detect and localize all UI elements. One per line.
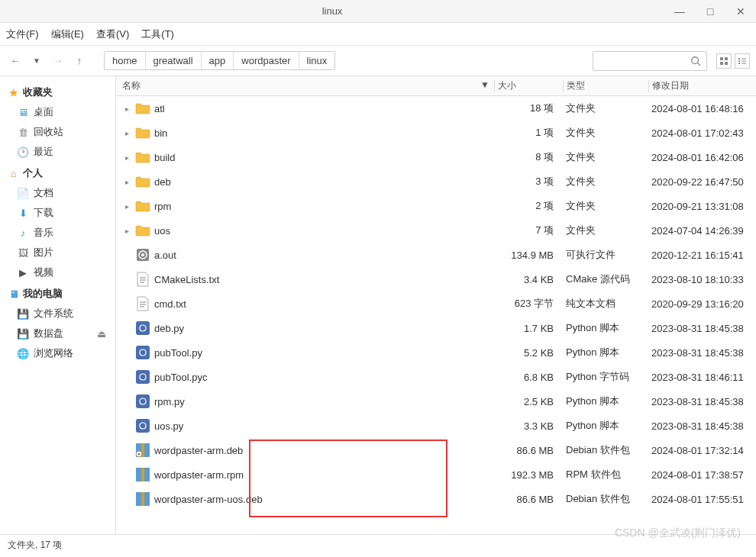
file-name: rpm.py [154,396,185,407]
column-size[interactable]: 大小 [494,79,563,92]
sidebar-item[interactable]: 🖥桌面 [8,102,108,122]
icon-view-button[interactable] [716,53,732,69]
file-row[interactable]: ▸deb3 项文件夹2020-09-22 16:47:50 [116,169,756,194]
computer-header: 🖥 我的电脑 [8,287,108,301]
sidebar-item[interactable]: ⬇下载 [8,203,108,223]
expand-icon[interactable]: ▸ [122,153,131,162]
breadcrumb-item[interactable]: linux [299,52,335,69]
menu-view[interactable]: 查看(V) [96,27,129,41]
close-button[interactable]: ✕ [725,0,756,23]
file-date: 2020-09-21 13:31:08 [648,201,756,212]
folder-icon [134,124,151,141]
history-dropdown[interactable]: ▼ [27,52,46,70]
sidebar-item[interactable]: ▶视频 [8,262,108,282]
sidebar-item-label: 回收站 [34,125,63,139]
sidebar-item-label: 下载 [34,206,53,220]
sidebar-item[interactable]: 📄文档 [8,183,108,203]
column-name[interactable]: 名称▼ [116,79,494,92]
text-icon [134,271,151,288]
file-row[interactable]: ▸uos7 项文件夹2024-07-04 14:26:39 [116,218,756,243]
video-icon: ▶ [17,266,29,278]
sidebar-item[interactable]: 🖼图片 [8,243,108,262]
breadcrumb-item[interactable]: wordpaster [234,52,299,69]
file-list: 名称▼ 大小 类型 修改日期 ▸atl18 项文件夹2024-08-01 16:… [116,76,756,534]
python-icon [134,393,151,410]
file-type: 文件夹 [563,175,648,188]
exec-icon [134,246,151,263]
breadcrumb-item[interactable]: greatwall [146,52,202,69]
file-date: 2024-08-01 17:55:51 [648,494,756,505]
toolbar: ← ▼ → ↑ home greatwall app wordpaster li… [0,46,756,76]
file-date: 2023-08-10 18:10:33 [648,274,756,285]
sidebar-item[interactable]: 🗑回收站 [8,122,108,142]
file-row[interactable]: deb.py1.7 KBPython 脚本2023-08-31 18:45:38 [116,316,756,340]
file-type: 纯文本文档 [563,297,648,311]
file-row[interactable]: ▸rpm2 项文件夹2020-09-21 13:31:08 [116,194,756,218]
file-row[interactable]: CMakeLists.txt3.4 KBCMake 源代码2023-08-10 … [116,267,756,291]
breadcrumb-item[interactable]: home [105,52,146,69]
file-size: 3.3 KB [494,420,563,432]
file-row[interactable]: ▸build8 项文件夹2024-08-01 16:42:06 [116,145,756,169]
expand-icon[interactable]: ▸ [122,227,131,235]
file-date: 2023-08-31 18:46:11 [648,372,756,383]
sidebar-item[interactable]: 🌐浏览网络 [8,343,108,363]
file-date: 2024-08-01 17:38:57 [648,469,756,481]
file-row[interactable]: wordpaster-arm-uos.deb86.6 MBDebian 软件包2… [116,487,756,511]
file-row[interactable]: wordpaster-arm.deb86.6 MBDebian 软件包2024-… [116,438,756,462]
star-icon: ★ [8,86,20,98]
music-icon: ♪ [17,227,29,239]
up-button[interactable]: ↑ [70,52,89,70]
file-name: cmd.txt [154,298,186,310]
expand-icon[interactable]: ▸ [122,105,131,113]
desktop-icon: 🖥 [17,106,29,118]
folder-icon [134,222,151,239]
file-row[interactable]: pubTool.pyc6.8 KBPython 字节码2023-08-31 18… [116,365,756,389]
column-headers: 名称▼ 大小 类型 修改日期 [116,76,756,96]
file-row[interactable]: ▸bin1 项文件夹2024-08-01 17:02:43 [116,121,756,145]
sidebar-item[interactable]: 💾数据盘⏏ [8,324,108,343]
disk-icon: 💾 [17,327,29,340]
eject-icon[interactable]: ⏏ [97,328,106,340]
file-row[interactable]: pubTool.py5.2 KBPython 脚本2023-08-31 18:4… [116,340,756,365]
python-icon [134,417,151,434]
svg-rect-10 [738,63,740,64]
maximize-button[interactable]: □ [695,0,725,23]
menu-tool[interactable]: 工具(T) [141,27,174,41]
sidebar-item[interactable]: 🕑最近 [8,142,108,162]
file-size: 86.6 MB [494,494,563,505]
column-date[interactable]: 修改日期 [648,79,756,92]
sidebar-item[interactable]: 💾文件系统 [8,304,108,324]
python-icon [134,320,151,336]
menu-file[interactable]: 文件(F) [6,27,39,41]
sidebar-item[interactable]: ♪音乐 [8,223,108,243]
expand-icon[interactable]: ▸ [122,202,131,211]
menu-edit[interactable]: 编辑(E) [51,27,84,41]
file-row[interactable]: wordpaster-arm.rpm192.3 MBRPM 软件包2024-08… [116,462,756,487]
file-row[interactable]: rpm.py2.5 KBPython 脚本2023-08-31 18:45:38 [116,389,756,414]
folder-icon [134,149,151,166]
file-row[interactable]: cmd.txt623 字节纯文本文档2020-09-29 13:16:20 [116,291,756,316]
expand-icon[interactable]: ▸ [122,129,131,137]
svg-rect-24 [136,394,150,408]
package-icon [134,491,151,507]
breadcrumb-item[interactable]: app [202,52,234,69]
file-date: 2020-09-22 16:47:50 [648,176,756,188]
forward-button[interactable]: → [49,52,67,70]
file-row[interactable]: ▸atl18 项文件夹2024-08-01 16:48:16 [116,96,756,121]
search-input[interactable] [593,51,707,71]
file-row[interactable]: a.out134.9 MB可执行文件2020-12-21 16:15:41 [116,243,756,267]
window-controls: — □ ✕ [664,0,756,23]
back-button[interactable]: ← [6,52,24,70]
column-type[interactable]: 类型 [563,79,648,92]
expand-icon[interactable]: ▸ [122,178,131,186]
picture-icon: 🖼 [17,246,29,259]
sidebar-item-label: 最近 [34,145,53,159]
minimize-button[interactable]: — [664,0,695,23]
file-type: Python 脚本 [563,321,648,335]
folder-icon [134,198,151,214]
svg-point-0 [692,56,699,63]
list-view-button[interactable] [735,53,750,69]
network-icon: 🌐 [17,347,29,359]
file-row[interactable]: uos.py3.3 KBPython 脚本2023-08-31 18:45:38 [116,414,756,438]
file-name: atl [154,103,165,114]
